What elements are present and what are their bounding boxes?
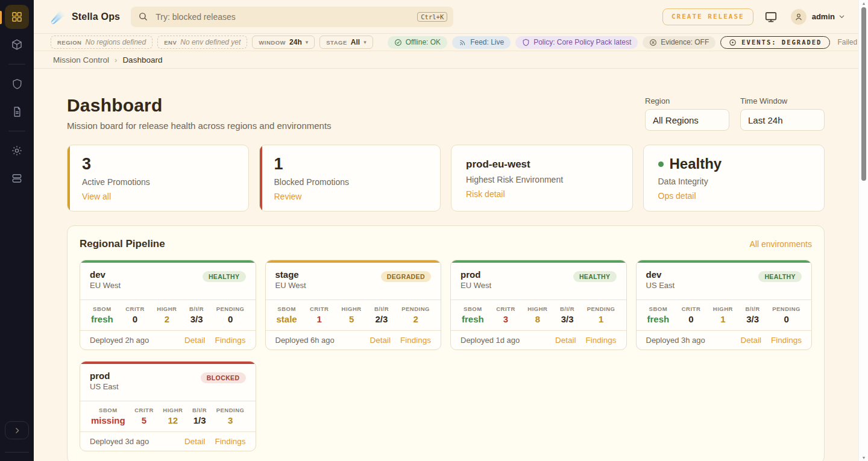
detail-link[interactable]: Detail (184, 336, 206, 345)
region-select[interactable]: All Regions (645, 109, 729, 131)
sidebar-divider (8, 64, 25, 64)
x-circle-icon (649, 39, 657, 46)
chevron-right-icon (13, 427, 21, 434)
region-name: EU West (90, 281, 121, 290)
page-scrollbar[interactable]: ▲ ▼ (858, 0, 868, 461)
all-environments-link[interactable]: All environments (750, 239, 813, 249)
create-release-button[interactable]: CREATE RELEASE (662, 8, 753, 25)
detail-link[interactable]: Detail (184, 437, 206, 446)
app-logo: ☄️ (51, 10, 66, 24)
environment-name: stage (275, 269, 306, 280)
active-nav-indicator (0, 11, 2, 24)
window-dropdown[interactable]: WINDOW 24h ▾ (252, 36, 315, 49)
sidebar-expand-button[interactable] (5, 421, 29, 439)
sidebar-item-releases[interactable] (5, 33, 29, 57)
metric-label: CRITR (496, 306, 515, 312)
main-area: ☄️ Stella Ops Ctrl+K CREATE RELEASE admi… (34, 0, 858, 461)
monitor-icon[interactable] (764, 10, 778, 24)
highr-value: 5 (342, 314, 362, 324)
sidebar-divider (5, 452, 29, 453)
metric-label: HIGHR (713, 306, 733, 312)
global-search[interactable]: Ctrl+K (131, 7, 453, 27)
chevron-down-icon: ▾ (363, 39, 366, 45)
breadcrumb-mission-control[interactable]: Mission Control (53, 55, 109, 64)
deployed-text: Deployed 3d ago (90, 437, 149, 446)
scrollbar-thumb[interactable] (861, 7, 866, 181)
search-icon (138, 11, 156, 22)
sidebar-item-security[interactable] (5, 72, 29, 96)
user-menu[interactable]: admin (791, 9, 845, 25)
pill-label: Feed: Live (470, 38, 504, 46)
env-context-chip[interactable]: ENV No env defined yet (157, 36, 247, 49)
time-window-select[interactable]: Last 24h (740, 109, 825, 131)
document-icon (11, 106, 23, 118)
avatar (791, 9, 807, 25)
bir-value: 3/3 (560, 314, 574, 324)
status-badge: HEALTHY (758, 271, 802, 282)
findings-link[interactable]: Findings (215, 437, 245, 446)
status-badge: HEALTHY (573, 271, 617, 282)
sidebar-item-settings[interactable] (5, 139, 29, 163)
findings-link[interactable]: Findings (585, 336, 616, 345)
review-link[interactable]: Review (274, 192, 302, 201)
findings-link[interactable]: Findings (771, 336, 802, 345)
chip-value: 24h (289, 38, 302, 46)
metric-label: SBOM (91, 306, 113, 312)
detail-link[interactable]: Detail (740, 336, 761, 345)
environment-name: dev (90, 269, 121, 280)
sidebar-item-infrastructure[interactable] (5, 166, 29, 190)
environment-name: prod (461, 269, 491, 280)
metric-label: HIGHR (527, 306, 547, 312)
region-name: US East (90, 382, 119, 391)
stage-dropdown[interactable]: STAGE All ▾ (319, 36, 373, 49)
server-icon (11, 172, 23, 184)
sbom-value: missing (91, 415, 125, 425)
search-shortcut-kbd: Ctrl+K (417, 12, 447, 22)
sidebar (0, 0, 34, 461)
scroll-up-arrow[interactable]: ▲ (859, 1, 868, 5)
metric-label: B/I/R (560, 306, 574, 312)
metric-label: CRITR (134, 407, 154, 413)
risk-detail-link[interactable]: Risk detail (466, 189, 505, 199)
metric-label: B/I/R (745, 306, 760, 312)
regional-pipeline-panel: Regional Pipeline All environments dev E… (67, 225, 825, 461)
sidebar-divider (8, 131, 25, 131)
findings-link[interactable]: Findings (215, 336, 245, 345)
stat-cards-row: 3 Active Promotions View all 1 Blocked P… (67, 145, 825, 212)
pipeline-card-stage-eu-west: stage EU West DEGRADED SBOMstale CRITR1 … (265, 260, 442, 350)
package-icon (11, 39, 23, 51)
detail-link[interactable]: Detail (555, 336, 576, 345)
events-status-badge: EVENTS: DEGRADED (720, 36, 830, 49)
search-input[interactable] (156, 12, 417, 22)
sbom-value: fresh (647, 314, 670, 324)
scroll-down-arrow[interactable]: ▼ (859, 456, 868, 460)
pipeline-card-dev-us-east: dev US East HEALTHY SBOMfresh CRITR0 HIG… (636, 260, 813, 350)
active-promotions-card: 3 Active Promotions View all (67, 145, 249, 212)
metric-label: PENDING (401, 306, 430, 312)
stat-value: prod-eu-west (466, 158, 620, 171)
check-circle-icon (394, 39, 402, 46)
findings-link[interactable]: Findings (400, 336, 431, 345)
stat-value: Healthy (670, 155, 722, 173)
blocked-promotions-card: 1 Blocked Promotions Review (259, 145, 441, 212)
pill-label: Offline: OK (406, 38, 441, 46)
highr-value: 12 (163, 415, 183, 425)
view-all-link[interactable]: View all (82, 192, 111, 201)
context-warning-text: Failed to persist global context prefere… (837, 38, 858, 46)
ops-detail-link[interactable]: Ops detail (658, 191, 696, 201)
detail-link[interactable]: Detail (370, 336, 391, 345)
sidebar-item-dashboard[interactable] (5, 5, 29, 29)
metric-label: CRITR (125, 306, 145, 312)
chip-label: ENV (164, 39, 177, 46)
critr-value: 5 (134, 415, 154, 425)
metric-label: SBOM (277, 306, 297, 312)
status-badge: BLOCKED (201, 372, 246, 383)
region-name: EU West (275, 281, 306, 290)
region-context-chip[interactable]: REGION No regions defined (51, 36, 153, 49)
metric-label: SBOM (462, 306, 484, 312)
breadcrumb: Mission Control › Dashboard (34, 51, 858, 69)
chip-label: STAGE (326, 39, 347, 46)
sidebar-item-documents[interactable] (5, 99, 29, 124)
grid-icon (11, 11, 23, 23)
critr-value: 1 (310, 314, 329, 324)
